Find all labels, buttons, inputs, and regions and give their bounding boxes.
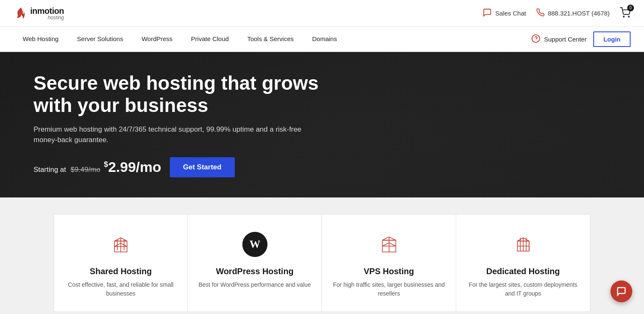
hero-content: Secure web hosting that grows with your …	[34, 72, 327, 177]
svg-point-0	[623, 16, 624, 17]
phone-link[interactable]: 888.321.HOST (4678)	[536, 8, 610, 18]
logo[interactable]: inmotion hosting	[13, 6, 64, 21]
phone-icon	[536, 8, 545, 18]
hosting-cards-section: Shared Hosting Cost effective, fast, and…	[0, 197, 644, 314]
wordpress-hosting-title: WordPress Hosting	[216, 267, 293, 276]
hero-section: Secure web hosting that grows with your …	[0, 52, 644, 197]
svg-text:W: W	[249, 238, 260, 250]
dedicated-hosting-card[interactable]: Dedicated Hosting For the largest sites,…	[456, 214, 590, 312]
svg-point-1	[628, 16, 629, 17]
hero-price-row: Starting at $9.49/mo $2.99/mo Get Starte…	[34, 157, 327, 177]
shared-hosting-desc: Cost effective, fast, and reliable for s…	[64, 280, 177, 298]
nav-web-hosting[interactable]: Web Hosting	[13, 27, 68, 52]
price-prefix: Starting at	[34, 166, 66, 174]
price-area: Starting at $9.49/mo $2.99/mo	[34, 159, 161, 175]
nav-private-cloud[interactable]: Private Cloud	[182, 27, 238, 52]
vps-hosting-icon	[377, 230, 402, 259]
wordpress-hosting-card[interactable]: W WordPress Hosting Best for WordPress p…	[188, 214, 322, 312]
price-currency: $	[104, 160, 108, 169]
wordpress-logo: W	[242, 232, 267, 257]
get-started-button[interactable]: Get Started	[170, 157, 235, 177]
vps-hosting-title: VPS Hosting	[364, 267, 414, 276]
nav-wordpress[interactable]: WordPress	[132, 27, 182, 52]
cart-count: 0	[627, 5, 634, 11]
price-old: $9.49/mo	[70, 166, 100, 174]
support-center-label: Support Center	[544, 36, 587, 43]
vps-hosting-card[interactable]: VPS Hosting For high traffic sites, larg…	[322, 214, 456, 312]
nav-domains[interactable]: Domains	[303, 27, 346, 52]
nav-tools-services[interactable]: Tools & Services	[238, 27, 303, 52]
support-icon	[531, 34, 540, 44]
hero-subtitle: Premium web hosting with 24/7/365 techni…	[34, 124, 327, 145]
sales-chat-link[interactable]: Sales Chat	[483, 8, 526, 18]
wordpress-hosting-desc: Best for WordPress performance and value	[198, 280, 311, 289]
shared-hosting-icon	[108, 230, 133, 259]
dedicated-hosting-title: Dedicated Hosting	[486, 267, 560, 276]
dedicated-hosting-icon	[511, 230, 536, 259]
chat-float-button[interactable]	[610, 280, 632, 302]
shared-hosting-card[interactable]: Shared Hosting Cost effective, fast, and…	[54, 214, 188, 312]
logo-sub: hosting	[30, 15, 64, 20]
phone-number: 888.321.HOST (4678)	[548, 10, 610, 17]
logo-flame-icon	[13, 6, 29, 21]
login-button[interactable]: Login	[593, 31, 631, 47]
wordpress-hosting-icon: W	[242, 230, 267, 259]
top-right-actions: Sales Chat 888.321.HOST (4678) 0	[483, 7, 631, 20]
nav-server-solutions[interactable]: Server Solutions	[68, 27, 132, 52]
nav-links: Web Hosting Server Solutions WordPress P…	[13, 27, 531, 52]
sales-chat-label: Sales Chat	[495, 10, 526, 17]
chat-icon	[483, 8, 492, 18]
vps-hosting-desc: For high traffic sites, larger businesse…	[332, 280, 446, 298]
hero-title: Secure web hosting that grows with your …	[34, 72, 327, 117]
dedicated-hosting-desc: For the largest sites, custom deployment…	[466, 280, 580, 298]
top-bar: inmotion hosting Sales Chat 888.321.HOST…	[0, 0, 644, 27]
price-new: $2.99/mo	[104, 159, 161, 175]
nav-right: Support Center Login	[531, 31, 631, 47]
logo-text: inmotion hosting	[30, 7, 64, 20]
support-center-link[interactable]: Support Center	[531, 34, 587, 44]
main-navigation: Web Hosting Server Solutions WordPress P…	[0, 27, 644, 52]
cart-button[interactable]: 0	[620, 7, 631, 20]
logo-brand: inmotion	[30, 7, 64, 15]
shared-hosting-title: Shared Hosting	[90, 267, 152, 276]
